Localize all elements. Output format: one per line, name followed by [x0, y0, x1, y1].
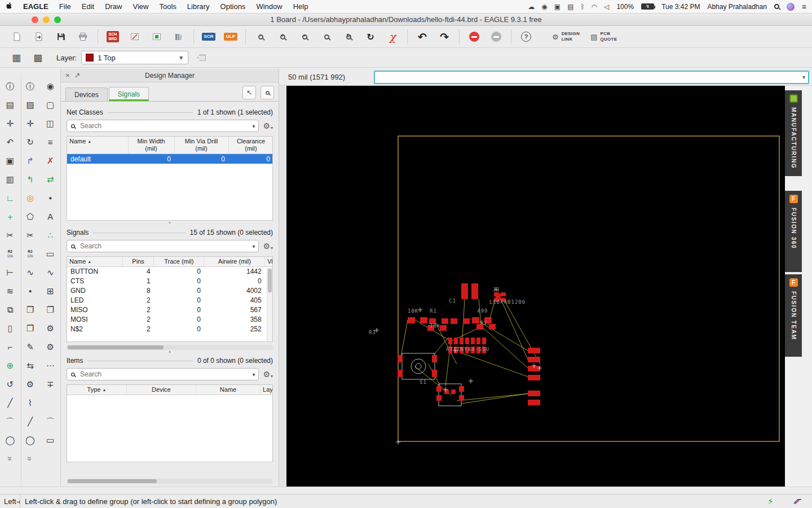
horizontal-scrollbar[interactable]	[67, 479, 273, 484]
smd-icon[interactable]: ▪	[40, 194, 60, 202]
bluetooth-icon[interactable]: ᛒ	[581, 3, 585, 11]
refresh-icon[interactable]: ↺	[0, 380, 20, 388]
name-icon[interactable]: R210k	[0, 249, 20, 257]
erase-icon[interactable]: ▨	[20, 100, 41, 109]
zoom-out-icon[interactable]: −	[294, 28, 315, 45]
line-icon[interactable]: ╱	[0, 398, 20, 407]
net-classes-filter-button[interactable]: ⚙▾	[263, 121, 273, 130]
swap-route-icon[interactable]: ⇄	[40, 175, 60, 183]
menu-username[interactable]: Abhay Prahaladhan	[707, 3, 766, 11]
schematic-board-toggle-icon[interactable]: SCHBRD	[103, 28, 123, 45]
bend-route-icon[interactable]: ↰	[20, 175, 41, 183]
tab-fusion-team[interactable]: F FUSION TEAM	[785, 274, 802, 357]
pin-icon[interactable]: ⊢	[0, 268, 20, 277]
wrench-icon[interactable]: ⚙	[40, 324, 60, 332]
mill-icon[interactable]: ✂	[0, 231, 20, 239]
menu-window[interactable]: Window	[256, 2, 282, 11]
duplicate-icon[interactable]: ❐	[20, 324, 41, 332]
tab-manufacturing[interactable]: MANUFACTURING	[785, 90, 802, 176]
wire-icon[interactable]: ∟	[0, 194, 20, 202]
column-header-airwire[interactable]: Airwire (mil)	[204, 257, 265, 267]
ulp-button[interactable]: ULP	[220, 28, 241, 45]
bus-icon[interactable]: ≋	[0, 287, 20, 295]
net-classes-search[interactable]: ▾	[67, 120, 259, 132]
panel-resize-handle[interactable]	[61, 350, 279, 356]
quick-route-icon[interactable]: ⚡	[767, 496, 774, 507]
items-search[interactable]: ▾	[67, 368, 259, 380]
tag-icon[interactable]	[193, 49, 210, 66]
table-row[interactable]: CTS100	[67, 277, 273, 286]
net-classes-search-input[interactable]	[79, 121, 249, 130]
circle-icon[interactable]: ◯	[0, 436, 20, 444]
new-board-icon[interactable]	[7, 28, 27, 45]
board-grid-icon[interactable]	[147, 28, 167, 45]
mirror-icon[interactable]: ◫	[40, 119, 60, 128]
panel-resize-handle[interactable]	[61, 221, 279, 226]
paste-icon[interactable]: ▥	[0, 175, 20, 183]
delete-icon[interactable]: ▯	[0, 324, 20, 332]
add-part-icon[interactable]: ＋	[0, 212, 20, 221]
column-header-clearance[interactable]: Clearance(mil)	[228, 137, 273, 154]
table-row[interactable]: N$220252	[67, 325, 273, 334]
signals-search[interactable]: ▾	[67, 240, 259, 252]
volume-icon[interactable]: ◁	[604, 3, 609, 11]
slash-icon[interactable]: ╱	[20, 417, 41, 426]
command-input[interactable]	[375, 73, 802, 81]
creative-cloud-icon[interactable]: ◉	[541, 3, 547, 11]
grid-icon[interactable]: ▦	[8, 49, 25, 66]
library-icon[interactable]	[169, 28, 189, 45]
follow-me-router-icon[interactable]	[793, 496, 803, 507]
grid-dots-icon[interactable]: ▩	[29, 49, 46, 66]
sheet-icon[interactable]	[125, 28, 145, 45]
spotlight-icon[interactable]	[774, 4, 779, 9]
column-header-device[interactable]: Device	[126, 385, 196, 395]
rotate-icon[interactable]: ↻	[20, 138, 41, 146]
align-icon[interactable]: ≡	[40, 138, 60, 146]
print-icon[interactable]	[73, 28, 93, 45]
pinswap-icon[interactable]: ✂	[20, 231, 41, 239]
replace-icon[interactable]: ⚙	[20, 380, 41, 388]
label-icon[interactable]: ▭	[40, 249, 60, 258]
table-row[interactable]: LED20405	[67, 296, 273, 305]
library-open-icon[interactable]: ⧉	[0, 305, 20, 314]
menu-library[interactable]: Library	[187, 2, 210, 11]
wifi-icon[interactable]: ◠	[592, 3, 597, 11]
cloud-icon[interactable]: ☁	[528, 3, 535, 11]
drill-icon[interactable]: ⊞	[40, 287, 60, 295]
pen-icon[interactable]: ✎	[20, 343, 41, 351]
meander-icon[interactable]: ∿	[20, 268, 41, 277]
scrollbar-thumb[interactable]	[268, 269, 272, 292]
via-add-icon[interactable]: ⊕	[0, 361, 20, 370]
ratsnest-icon[interactable]: ∴	[40, 231, 60, 239]
vertical-scrollbar[interactable]	[267, 268, 272, 341]
go-icon[interactable]	[486, 28, 506, 45]
column-header-min-width[interactable]: Min Width(mil)	[128, 137, 174, 154]
design-link-button[interactable]: ⚙ DESIGNLINK	[548, 31, 584, 42]
siri-icon[interactable]	[787, 3, 795, 11]
signal-icon[interactable]: ∿	[40, 268, 60, 277]
save-icon[interactable]	[51, 28, 71, 45]
highlight-selected-button[interactable]: ↖	[242, 86, 256, 99]
junction-icon[interactable]: •	[20, 287, 41, 295]
tab-signals[interactable]: Signals	[109, 87, 149, 101]
zoom-redraw-icon[interactable]: ↻	[338, 28, 359, 45]
display-layers-icon[interactable]: ▤	[0, 100, 20, 109]
horizontal-scrollbar[interactable]	[67, 345, 273, 350]
attributes-icon[interactable]: ⓘ	[20, 82, 41, 90]
battery-icon[interactable]: ↯	[641, 3, 654, 10]
collapse2-icon[interactable]: »	[20, 454, 41, 463]
signals-filter-button[interactable]: ⚙▾	[263, 242, 273, 251]
menu-options[interactable]: Options	[220, 2, 246, 11]
table-row[interactable]: MOSI20358	[67, 315, 273, 325]
input-source-icon[interactable]: ▣	[554, 3, 561, 11]
paste-doc-icon[interactable]: ❐	[40, 305, 60, 314]
scrollbar-thumb[interactable]	[68, 345, 164, 349]
zoom-window-button[interactable]	[54, 16, 61, 23]
copy-doc-icon[interactable]: ❐	[20, 305, 41, 314]
zoom-selected-button[interactable]	[261, 86, 274, 99]
collapse-icon[interactable]: »	[0, 454, 20, 463]
table-row[interactable]: GND804002	[67, 286, 273, 296]
open-icon[interactable]	[29, 28, 49, 45]
layer-select[interactable]: 1 Top ▼	[81, 51, 188, 64]
column-header-name[interactable]: Name▲	[67, 257, 123, 267]
